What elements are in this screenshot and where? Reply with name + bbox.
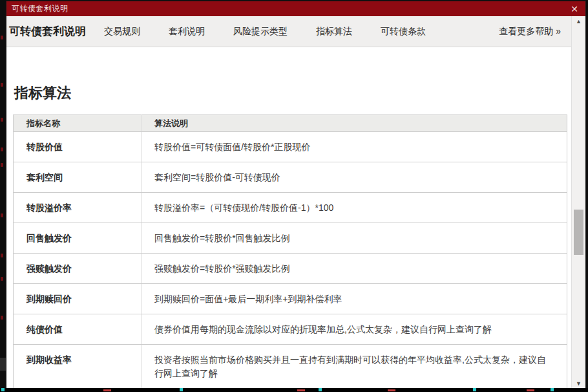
background-app-artifact	[297, 389, 305, 391]
background-app-artifact	[1, 83, 3, 87]
algorithm-desc-cell: 到期赎回价=面值+最后一期利率+到期补偿利率	[142, 284, 567, 314]
algorithm-desc-cell: 转股价值=可转债面值/转股价*正股现价	[142, 132, 567, 162]
algorithm-desc-cell: 套利空间=转股价值-可转债现价	[142, 162, 567, 193]
background-app-artifact	[551, 388, 554, 391]
table-row: 到期收益率 投资者按照当前市场价格购买并且一直持有到满期时可以获得的年平均收益率…	[14, 345, 567, 389]
nav-item[interactable]: 交易规则	[104, 26, 140, 38]
background-app-artifact	[388, 389, 395, 391]
dialog-title: 可转债套利说明	[12, 3, 68, 14]
table-row: 纯债价值 债券价值用每期的现金流除以对应的折现率加总,公式太复杂，建议自行网上查…	[14, 314, 567, 345]
table-row: 套利空间 套利空间=转股价值-可转债现价	[14, 162, 567, 193]
nav-item[interactable]: 可转债条款	[381, 26, 426, 38]
indicator-name-cell: 转股溢价率	[14, 193, 142, 223]
background-app-artifact	[1, 277, 3, 281]
algorithm-table: 指标名称 算法说明 转股价值 转股价值=可转债面值/转股价*正股现价 套利空间 …	[13, 114, 567, 389]
vertical-scrollbar[interactable]: ▲ ▼	[571, 16, 585, 389]
background-app-artifact	[103, 389, 111, 391]
table-row: 强赎触发价 强赎触发价=转股价*强赎触发比例	[14, 254, 567, 284]
algorithm-desc-cell: 回售触发价=转股价*回售触发比例	[142, 223, 567, 254]
indicator-name-cell: 套利空间	[14, 162, 142, 193]
indicator-name-cell: 转股价值	[14, 132, 142, 162]
table-row: 回售触发价 回售触发价=转股价*回售触发比例	[14, 223, 567, 254]
scroll-up-icon[interactable]: ▲	[572, 16, 585, 27]
indicator-name-cell: 强赎触发价	[14, 254, 142, 284]
table-row: 到期赎回价 到期赎回价=面值+最后一期利率+到期补偿利率	[14, 284, 567, 314]
table-row: 转股价值 转股价值=可转债面值/转股价*正股现价	[14, 132, 567, 162]
dialog-titlebar[interactable]: 可转债套利说明 ✕	[6, 1, 585, 16]
more-help-link[interactable]: 查看更多帮助 »	[499, 26, 561, 38]
nav-item[interactable]: 风险提示类型	[233, 26, 288, 38]
column-header-algorithm: 算法说明	[142, 115, 567, 132]
scrollbar-thumb[interactable]	[574, 210, 583, 255]
column-header-indicator: 指标名称	[14, 115, 142, 132]
help-dialog: 可转债套利说明 ✕ 可转债套利说明 交易规则套利说明风险提示类型指标算法可转债条…	[6, 1, 585, 389]
background-app-artifact	[527, 389, 534, 391]
background-app-artifact	[319, 388, 322, 391]
indicator-name-cell: 到期赎回价	[14, 284, 142, 314]
table-row: 转股溢价率 转股溢价率=（可转债现价/转股价值-1）*100	[14, 193, 567, 223]
algorithm-desc-cell: 转股溢价率=（可转债现价/转股价值-1）*100	[142, 193, 567, 223]
background-app-artifact	[1, 388, 5, 391]
scroll-down-icon[interactable]: ▼	[572, 378, 585, 389]
background-app-artifact	[1, 147, 3, 151]
nav-item[interactable]: 套利说明	[169, 26, 205, 38]
background-app-artifact	[0, 358, 6, 371]
indicator-name-cell: 到期收益率	[14, 345, 142, 389]
algorithm-desc-cell: 投资者按照当前市场价格购买并且一直持有到满期时可以获得的年平均收益率,公式太复杂…	[142, 345, 567, 389]
background-app-artifact	[1, 213, 3, 217]
navbar-brand: 可转债套利说明	[9, 24, 86, 39]
background-app-artifact	[1, 118, 3, 122]
background-app-artifact	[180, 388, 183, 391]
background-app-strip	[0, 388, 588, 392]
algorithm-desc-cell: 强赎触发价=转股价*强赎触发比例	[142, 254, 567, 284]
indicator-name-cell: 回售触发价	[14, 223, 142, 254]
page-title: 指标算法	[14, 83, 571, 103]
main-content: 指标算法 指标名称 算法说明 转股价值 转股价值=可转债面值/转股价*正股现价	[6, 47, 571, 389]
indicator-name-cell: 纯债价值	[14, 314, 142, 345]
background-app-artifact	[1, 254, 3, 257]
algorithm-desc-cell: 债券价值用每期的现金流除以对应的折现率加总,公式太复杂，建议自行网上查询了解	[142, 314, 567, 345]
background-app-artifact	[1, 163, 3, 167]
close-icon[interactable]: ✕	[569, 3, 580, 15]
nav-items: 交易规则套利说明风险提示类型指标算法可转债条款	[104, 26, 426, 38]
table-header-row: 指标名称 算法说明	[14, 115, 567, 132]
background-app-artifact	[473, 388, 476, 391]
help-navbar: 可转债套利说明 交易规则套利说明风险提示类型指标算法可转债条款 查看更多帮助 »	[6, 16, 571, 47]
nav-item[interactable]: 指标算法	[316, 26, 352, 38]
background-app-artifact	[1, 316, 3, 320]
scrollbar-track[interactable]	[572, 27, 585, 378]
background-app-artifact	[1, 36, 3, 39]
